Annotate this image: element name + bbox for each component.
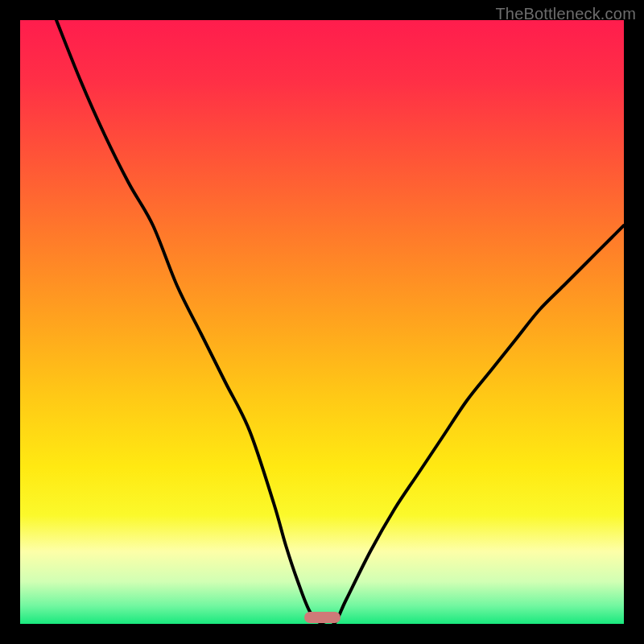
gradient-background bbox=[20, 20, 624, 624]
plot-svg bbox=[20, 20, 624, 624]
optimal-marker bbox=[304, 612, 341, 623]
plot-area bbox=[20, 20, 624, 624]
chart-frame: TheBottleneck.com bbox=[0, 0, 644, 644]
watermark-text: TheBottleneck.com bbox=[495, 5, 636, 23]
